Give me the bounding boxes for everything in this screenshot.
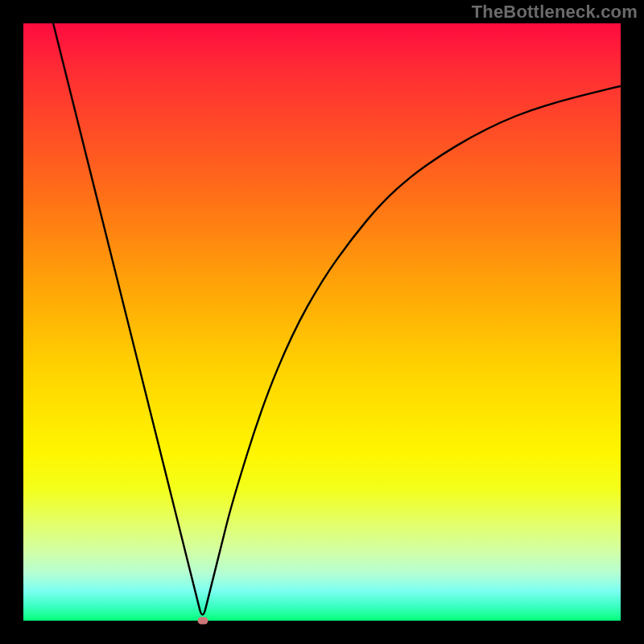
optimal-point-marker [197, 617, 208, 625]
bottleneck-curve-path [53, 23, 621, 615]
watermark-text: TheBottleneck.com [472, 2, 638, 23]
curve-svg [23, 23, 621, 621]
plot-area [23, 23, 621, 621]
chart-frame: TheBottleneck.com [0, 0, 644, 644]
